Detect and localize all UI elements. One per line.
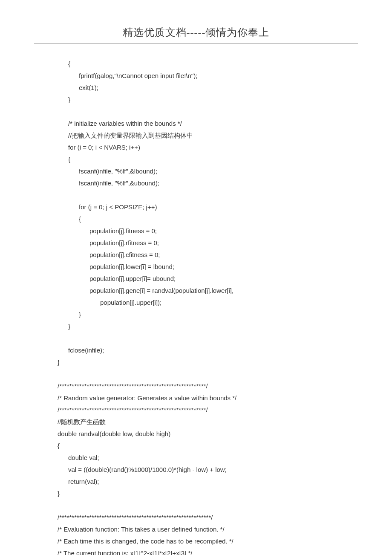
- page-header: 精选优质文档-----倾情为你奉上: [0, 26, 392, 39]
- document-page: 精选优质文档-----倾情为你奉上 { fprintf(galog,"\nCan…: [0, 0, 392, 555]
- code-content: { fprintf(galog,"\nCannot open input fil…: [0, 58, 392, 555]
- header-divider: [34, 43, 358, 45]
